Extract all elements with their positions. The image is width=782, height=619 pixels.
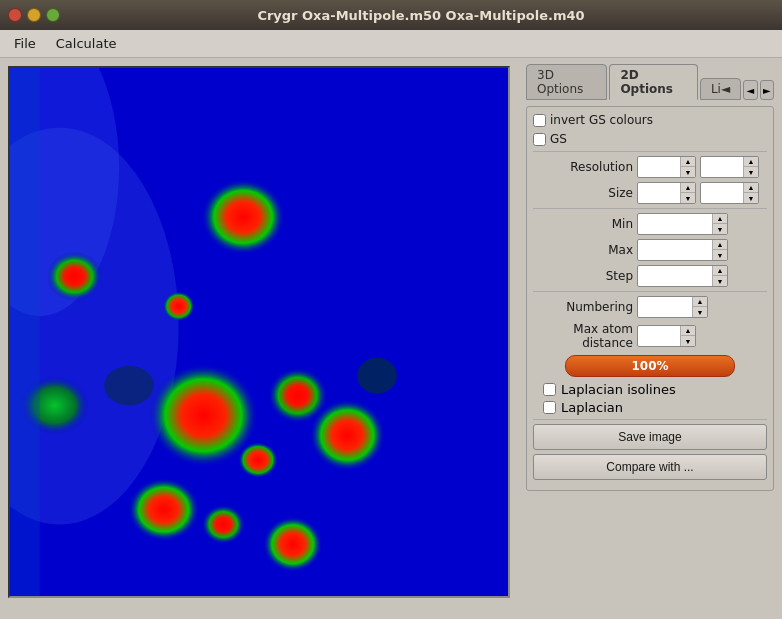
divider-2 xyxy=(533,208,767,209)
gs-row: GS xyxy=(533,132,767,146)
gs-label: GS xyxy=(550,132,567,146)
window-controls xyxy=(8,8,60,22)
menu-file[interactable]: File xyxy=(4,34,46,53)
size-spin-up-1[interactable]: ▲ xyxy=(681,183,695,193)
step-input[interactable]: 0.5000000 xyxy=(638,268,712,284)
laplacian-row: Laplacian xyxy=(533,400,767,415)
svg-rect-16 xyxy=(10,68,40,596)
resolution-spin-btns-1: ▲ ▼ xyxy=(680,157,695,177)
laplacian-checkbox[interactable] xyxy=(543,401,556,414)
divider-1 xyxy=(533,151,767,152)
size-spinbox-1[interactable]: 10.00 ▲ ▼ xyxy=(637,182,696,204)
size-spin-up-2[interactable]: ▲ xyxy=(744,183,758,193)
step-row: Step 0.5000000 ▲ ▼ xyxy=(533,265,767,287)
max-atom-distance-input[interactable]: 0.0100 xyxy=(638,328,680,344)
numbering-spin-up[interactable]: ▲ xyxy=(693,297,707,307)
size-label: Size xyxy=(533,186,633,200)
viz-panel xyxy=(0,58,518,619)
menu-calculate[interactable]: Calculate xyxy=(46,34,127,53)
tabs: 3D Options 2D Options Li◄ ◄ ► xyxy=(526,64,774,100)
resolution-spinbox-1[interactable]: 500 ▲ ▼ xyxy=(637,156,696,178)
max-label: Max xyxy=(533,243,633,257)
numbering-input[interactable]: 3 xyxy=(638,299,692,315)
max-row: Max 5.0000000 ▲ ▼ xyxy=(533,239,767,261)
tab-li[interactable]: Li◄ xyxy=(700,78,741,100)
minimize-button[interactable] xyxy=(27,8,41,22)
invert-gs-colours-label: invert GS colours xyxy=(550,113,653,127)
size-input-1[interactable]: 10.00 xyxy=(638,185,680,201)
resolution-input-1[interactable]: 500 xyxy=(638,159,680,175)
min-input[interactable]: 0.0000000 xyxy=(638,216,712,232)
resolution-spin-up-1[interactable]: ▲ xyxy=(681,157,695,167)
svg-point-14 xyxy=(104,366,154,406)
menu-bar: File Calculate xyxy=(0,30,782,58)
svg-point-10 xyxy=(201,505,245,545)
tab-2d-options[interactable]: 2D Options xyxy=(609,64,698,100)
svg-point-13 xyxy=(163,291,195,321)
svg-point-8 xyxy=(310,399,385,470)
max-atom-distance-spin-down[interactable]: ▼ xyxy=(681,336,695,346)
controls-panel: 3D Options 2D Options Li◄ ◄ ► invert GS … xyxy=(518,58,782,619)
max-atom-distance-spin-up[interactable]: ▲ xyxy=(681,326,695,336)
min-spin-down[interactable]: ▼ xyxy=(713,224,727,234)
resolution-spin-up-2[interactable]: ▲ xyxy=(744,157,758,167)
resolution-spin-down-1[interactable]: ▼ xyxy=(681,167,695,177)
size-input-2[interactable]: 10.00 xyxy=(701,185,743,201)
max-spin-up[interactable]: ▲ xyxy=(713,240,727,250)
resolution-input-2[interactable]: 500 xyxy=(701,159,743,175)
max-spin-down[interactable]: ▼ xyxy=(713,250,727,260)
laplacian-label: Laplacian xyxy=(561,400,623,415)
min-label: Min xyxy=(533,217,633,231)
min-spin-up[interactable]: ▲ xyxy=(713,214,727,224)
tab-next-btn[interactable]: ► xyxy=(760,80,774,100)
title-bar: Crygr Oxa-Multipole.m50 Oxa-Multipole.m4… xyxy=(0,0,782,30)
progress-bar: 100% xyxy=(565,355,735,377)
step-spinbox[interactable]: 0.5000000 ▲ ▼ xyxy=(637,265,728,287)
divider-3 xyxy=(533,291,767,292)
progress-bar-container: 100% xyxy=(533,355,767,377)
max-atom-distance-spinbox[interactable]: 0.0100 ▲ ▼ xyxy=(637,325,696,347)
save-image-button[interactable]: Save image xyxy=(533,424,767,450)
size-row: Size 10.00 ▲ ▼ 10.00 ▲ ▼ xyxy=(533,182,767,204)
gs-checkbox[interactable] xyxy=(533,133,546,146)
window-title: Crygr Oxa-Multipole.m50 Oxa-Multipole.m4… xyxy=(68,8,774,23)
svg-point-11 xyxy=(238,442,278,478)
visualization-svg xyxy=(10,68,508,596)
step-spin-btns: ▲ ▼ xyxy=(712,266,727,286)
laplacian-isolines-label: Laplacian isolines xyxy=(561,382,676,397)
numbering-label: Numbering xyxy=(533,300,633,314)
size-spin-down-2[interactable]: ▼ xyxy=(744,193,758,203)
compare-with-button[interactable]: Compare with ... xyxy=(533,454,767,480)
numbering-spin-down[interactable]: ▼ xyxy=(693,307,707,317)
size-spinbox-2[interactable]: 10.00 ▲ ▼ xyxy=(700,182,759,204)
resolution-spin-down-2[interactable]: ▼ xyxy=(744,167,758,177)
invert-gs-colours-checkbox[interactable] xyxy=(533,114,546,127)
divider-4 xyxy=(533,419,767,420)
resolution-spinbox-2[interactable]: 500 ▲ ▼ xyxy=(700,156,759,178)
svg-point-15 xyxy=(357,358,397,394)
step-spin-down[interactable]: ▼ xyxy=(713,276,727,286)
max-spin-btns: ▲ ▼ xyxy=(712,240,727,260)
size-spin-down-1[interactable]: ▼ xyxy=(681,193,695,203)
resolution-label: Resolution xyxy=(533,160,633,174)
maximize-button[interactable] xyxy=(46,8,60,22)
max-atom-distance-row: Max atom distance 0.0100 ▲ ▼ xyxy=(533,322,767,350)
min-spin-btns: ▲ ▼ xyxy=(712,214,727,234)
max-atom-distance-label: Max atom distance xyxy=(533,322,633,350)
svg-point-12 xyxy=(263,517,323,573)
tab-3d-options[interactable]: 3D Options xyxy=(526,64,607,100)
step-spin-up[interactable]: ▲ xyxy=(713,266,727,276)
numbering-spin-btns: ▲ ▼ xyxy=(692,297,707,317)
laplacian-isolines-checkbox[interactable] xyxy=(543,383,556,396)
min-spinbox[interactable]: 0.0000000 ▲ ▼ xyxy=(637,213,728,235)
close-button[interactable] xyxy=(8,8,22,22)
svg-point-3 xyxy=(47,252,103,302)
tab-prev-btn[interactable]: ◄ xyxy=(743,80,757,100)
max-input[interactable]: 5.0000000 xyxy=(638,242,712,258)
size-spin-btns-1: ▲ ▼ xyxy=(680,183,695,203)
numbering-spinbox[interactable]: 3 ▲ ▼ xyxy=(637,296,708,318)
resolution-row: Resolution 500 ▲ ▼ 500 ▲ ▼ xyxy=(533,156,767,178)
max-spinbox[interactable]: 5.0000000 ▲ ▼ xyxy=(637,239,728,261)
main-content: 3D Options 2D Options Li◄ ◄ ► invert GS … xyxy=(0,58,782,619)
max-atom-distance-spin-btns: ▲ ▼ xyxy=(680,326,695,346)
